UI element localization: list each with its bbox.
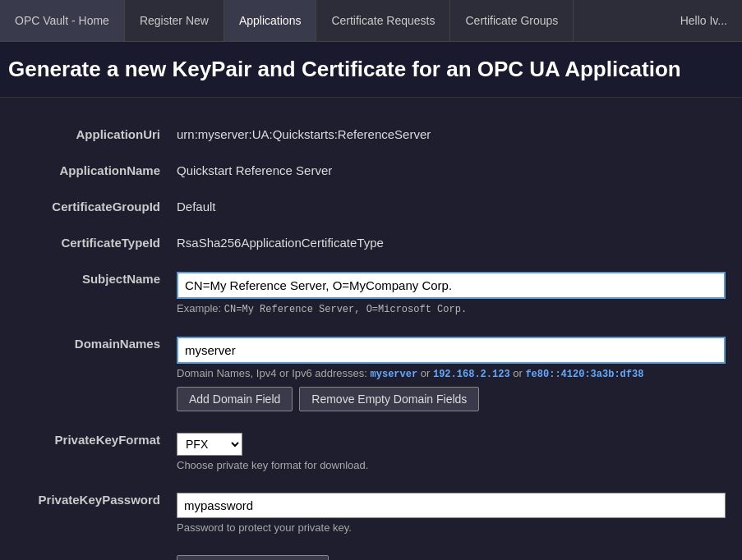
generate-button-row: Generate New KeyPair xyxy=(0,542,742,560)
value-cert-type-id: RsaSha256ApplicationCertificateType xyxy=(177,231,726,250)
row-private-key-format: PrivateKeyFormat PFX PEM Choose private … xyxy=(0,420,742,480)
label-domain-names: DomainNames xyxy=(16,332,177,351)
domain-hint-or2: or xyxy=(513,367,525,379)
page-title: Generate a new KeyPair and Certificate f… xyxy=(0,42,742,98)
private-key-password-wrapper: Password to protect your private key. xyxy=(177,488,726,534)
nav-cert-groups[interactable]: Certificate Groups xyxy=(450,0,574,41)
nav-applications[interactable]: Applications xyxy=(224,0,317,41)
private-key-password-input[interactable] xyxy=(177,493,726,518)
domain-names-input[interactable] xyxy=(177,337,726,364)
subject-name-input[interactable] xyxy=(177,272,726,299)
row-cert-group-id: CertificateGroupId Default xyxy=(0,186,742,223)
subject-name-hint-label: Example: xyxy=(177,302,221,314)
row-private-key-password: PrivateKeyPassword Password to protect y… xyxy=(0,480,742,542)
domain-names-hint: Domain Names, Ipv4 or Ipv6 addresses: my… xyxy=(177,367,726,380)
value-cert-group-id: Default xyxy=(177,195,726,213)
add-domain-field-button[interactable]: Add Domain Field xyxy=(177,387,293,411)
row-application-uri: ApplicationUri urn:myserver:UA:Quickstar… xyxy=(0,114,742,150)
domain-hint-or1: or xyxy=(421,367,433,379)
domain-hint-ex2: 192.168.2.123 xyxy=(433,369,510,380)
row-domain-names: DomainNames Domain Names, Ipv4 or Ipv6 a… xyxy=(0,324,742,420)
label-cert-group-id: CertificateGroupId xyxy=(16,195,177,213)
label-private-key-password: PrivateKeyPassword xyxy=(16,488,177,507)
row-application-name: ApplicationName Quickstart Reference Ser… xyxy=(0,150,742,186)
private-key-format-wrapper: PFX PEM Choose private key format for do… xyxy=(177,428,726,471)
nav-cert-requests[interactable]: Certificate Requests xyxy=(316,0,450,41)
navbar: OPC Vault - Home Register New Applicatio… xyxy=(0,0,742,42)
nav-home[interactable]: OPC Vault - Home xyxy=(0,0,125,41)
label-application-uri: ApplicationUri xyxy=(16,122,177,141)
nav-hello: Hello Iv... xyxy=(666,14,742,27)
generate-keypair-button[interactable]: Generate New KeyPair xyxy=(177,555,329,560)
remove-empty-domain-button[interactable]: Remove Empty Domain Fields xyxy=(299,387,479,411)
form-container: ApplicationUri urn:myserver:UA:Quickstar… xyxy=(0,98,742,560)
label-cert-type-id: CertificateTypeId xyxy=(16,231,177,250)
domain-hint-ex1: myserver xyxy=(371,369,418,380)
nav-register[interactable]: Register New xyxy=(125,0,224,41)
domain-names-field-wrapper: Domain Names, Ipv4 or Ipv6 addresses: my… xyxy=(177,332,726,411)
value-application-name: Quickstart Reference Server xyxy=(177,158,726,177)
row-cert-type-id: CertificateTypeId RsaSha256ApplicationCe… xyxy=(0,223,742,259)
label-private-key-format: PrivateKeyFormat xyxy=(16,428,177,447)
domain-buttons: Add Domain Field Remove Empty Domain Fie… xyxy=(177,387,726,411)
domain-hint-ex3: fe80::4120:3a3b:df38 xyxy=(525,369,643,380)
private-key-format-select[interactable]: PFX PEM xyxy=(177,433,242,456)
label-subject-name: SubjectName xyxy=(16,267,177,286)
row-subject-name: SubjectName Example: CN=My Reference Ser… xyxy=(0,259,742,324)
value-application-uri: urn:myserver:UA:Quickstarts:ReferenceSer… xyxy=(177,122,726,141)
subject-name-field-wrapper: Example: CN=My Reference Server, O=Micro… xyxy=(177,267,726,315)
subject-name-hint: Example: CN=My Reference Server, O=Micro… xyxy=(177,302,726,315)
private-key-format-hint: Choose private key format for download. xyxy=(177,459,726,471)
domain-names-hint-label: Domain Names, Ipv4 or Ipv6 addresses: xyxy=(177,367,367,379)
private-key-password-hint: Password to protect your private key. xyxy=(177,521,726,534)
subject-name-hint-code: CN=My Reference Server, O=Microsoft Corp… xyxy=(224,304,467,315)
label-application-name: ApplicationName xyxy=(16,158,177,177)
